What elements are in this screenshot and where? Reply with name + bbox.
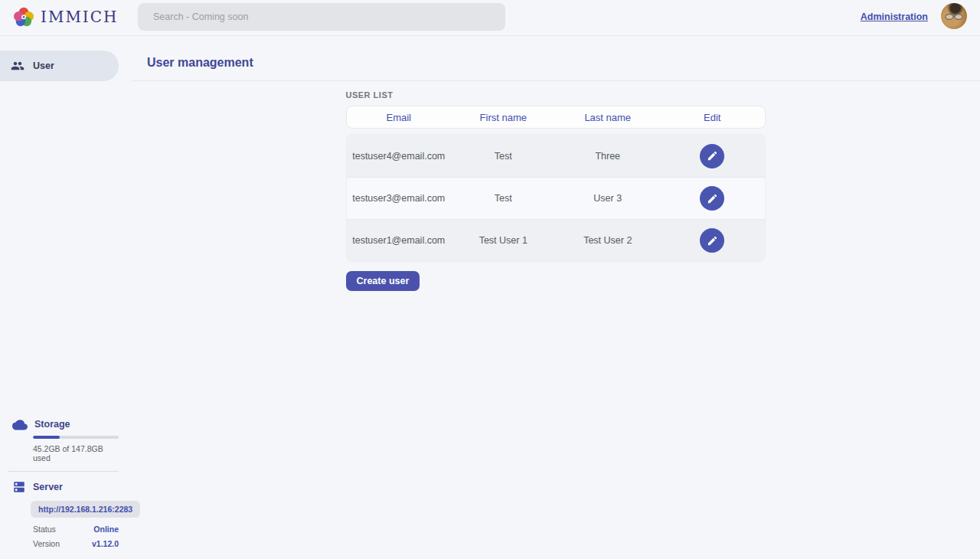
storage-progress-fill: [33, 436, 60, 439]
server-title: Server: [33, 482, 63, 492]
user-list-section: USER LIST Email First name Last name Edi…: [346, 90, 766, 291]
cell-last-name: Test User 2: [556, 235, 661, 246]
table-body: testuser4@email.com Test Three testuser3…: [346, 134, 766, 262]
cell-email: testuser4@email.com: [347, 151, 452, 162]
server-section-header: Server: [12, 480, 119, 494]
server-url-chip: http://192.168.1.216:2283: [31, 501, 140, 518]
glasses-graphic: [944, 12, 964, 21]
storage-usage-text: 45.2GB of 147.8GB used: [33, 444, 119, 463]
page-title: User management: [147, 56, 253, 69]
section-label: USER LIST: [346, 90, 766, 100]
create-user-button[interactable]: Create user: [346, 271, 420, 291]
server-status-row: Status Online: [33, 525, 119, 534]
pencil-icon: [707, 235, 718, 247]
table-header-row: Email First name Last name Edit: [346, 106, 766, 129]
cloud-icon: [12, 418, 28, 430]
version-value: v1.12.0: [92, 539, 119, 548]
cell-first-name: Test: [451, 193, 556, 204]
column-header-last-name: Last name: [556, 112, 661, 123]
table-row: testuser3@email.com Test User 3: [347, 177, 765, 219]
edit-user-button[interactable]: [700, 186, 724, 211]
immich-flower-icon: [14, 7, 34, 27]
table-row: testuser1@email.com Test User 1 Test Use…: [347, 219, 765, 261]
server-icon: [12, 480, 26, 494]
users-group-icon: [11, 59, 24, 73]
sidebar-footer: Storage 45.2GB of 147.8GB used Server ht…: [0, 418, 131, 559]
edit-user-button[interactable]: [700, 144, 724, 168]
immich-logo[interactable]: IMMICH: [14, 7, 119, 27]
storage-section-header: Storage: [12, 418, 119, 430]
pencil-icon: [707, 193, 718, 204]
version-label: Version: [33, 539, 60, 548]
cell-first-name: Test: [451, 151, 556, 162]
cell-last-name: Three: [556, 151, 661, 162]
cell-last-name: User 3: [556, 193, 661, 204]
user-avatar[interactable]: [941, 3, 967, 29]
app-header: IMMICH Administration: [0, 0, 980, 36]
column-header-first-name: First name: [451, 112, 556, 123]
server-version-row: Version v1.12.0: [33, 539, 119, 548]
storage-title: Storage: [34, 419, 70, 430]
sidebar: User Storage 45.2GB of 147.8GB used: [0, 36, 131, 559]
logo-wordmark: IMMICH: [41, 8, 119, 26]
main-content: User management USER LIST Email First na…: [131, 36, 980, 559]
sidebar-item-user[interactable]: User: [0, 51, 119, 81]
status-value: Online: [93, 525, 119, 534]
storage-progress-bar: [33, 436, 119, 439]
search-input[interactable]: [138, 3, 505, 31]
pencil-icon: [707, 150, 718, 162]
edit-user-button[interactable]: [700, 228, 724, 253]
table-row: testuser4@email.com Test Three: [347, 135, 765, 177]
column-header-edit: Edit: [660, 112, 765, 123]
administration-link[interactable]: Administration: [861, 11, 928, 22]
sidebar-divider: [8, 471, 119, 472]
status-label: Status: [33, 525, 56, 534]
cell-email: testuser1@email.com: [347, 235, 452, 246]
title-bar: User management: [131, 36, 980, 81]
column-header-email: Email: [347, 112, 452, 123]
sidebar-item-label: User: [33, 60, 54, 71]
cell-first-name: Test User 1: [451, 235, 556, 246]
cell-email: testuser3@email.com: [347, 193, 452, 204]
